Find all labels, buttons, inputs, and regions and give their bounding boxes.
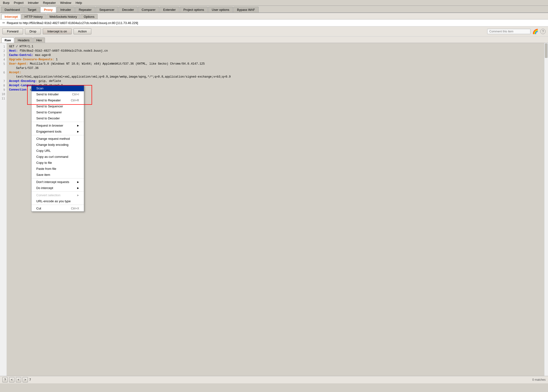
ctx-item-send-to-sequencer[interactable]: Send to Sequencer — [31, 103, 84, 109]
sub-tab-intercept[interactable]: Intercept — [1, 14, 21, 19]
menu-burp[interactable]: Burp — [1, 0, 11, 5]
ctx-item-label-scan: Scan — [36, 86, 43, 90]
action-button[interactable]: Action — [74, 28, 91, 34]
ctx-item-label-url-encode: URL-encode as you type — [36, 199, 71, 203]
ctx-separator-sep5 — [31, 205, 84, 205]
editor-tab-raw[interactable]: Raw — [1, 37, 14, 43]
sub-tab-http-history[interactable]: HTTP history — [21, 14, 46, 19]
ctx-arrow-icon-dont-intercept: ▶ — [77, 181, 79, 183]
sub-tab-options[interactable]: Options — [80, 14, 98, 19]
menu-intruder[interactable]: Intruder — [26, 0, 41, 5]
ctx-item-label-send-to-decoder: Send to Decoder — [36, 117, 60, 120]
drop-button[interactable]: Drop — [25, 28, 41, 34]
ctx-item-paste-from-file[interactable]: Paste from file — [31, 166, 84, 172]
editor-tab-headers[interactable]: Headers — [15, 37, 33, 43]
tab-proxy[interactable]: Proxy — [40, 7, 56, 13]
ctx-item-copy-url[interactable]: Copy URL — [31, 148, 84, 154]
ctx-separator-sep4 — [31, 191, 84, 192]
ctx-item-label-do-intercept: Do intercept — [36, 186, 53, 190]
ctx-item-label-change-request-method: Change request method — [36, 137, 70, 140]
sub-tab-bar: Intercept HTTP history WebSockets histor… — [0, 13, 548, 20]
menu-window[interactable]: Window — [58, 0, 73, 5]
ctx-item-label-change-body-encoding: Change body encoding — [36, 143, 69, 147]
ctx-item-label-send-to-repeater: Send to Repeater — [36, 98, 61, 102]
tab-decoder[interactable]: Decoder — [119, 7, 137, 13]
ctx-item-request-in-browser[interactable]: Request in browser▶ — [31, 123, 84, 128]
help-status-button[interactable]: ? — [2, 377, 8, 382]
ctx-item-save-item[interactable]: Save item — [31, 172, 84, 178]
ctx-item-label-engagement-tools: Engagement tools — [36, 130, 62, 133]
ctx-arrow-icon-request-in-browser: ▶ — [77, 124, 79, 127]
ctx-item-label-copy-to-file: Copy to file — [36, 161, 52, 165]
tab-bypass-waf[interactable]: Bypass WAF — [233, 7, 259, 13]
ctx-arrow-icon-engagement-tools: ▶ — [77, 130, 79, 133]
request-info-bar: ✏ Request to http://f50c9ba2-91b2-4827-b… — [0, 20, 548, 26]
ctx-item-label-send-to-sequencer: Send to Sequencer — [36, 105, 63, 108]
nav-prev-button[interactable]: < — [16, 377, 21, 382]
tab-user-options[interactable]: User options — [208, 7, 233, 13]
intercept-toggle-button[interactable]: Intercept is on — [43, 28, 72, 34]
editor-scrollbar[interactable] — [544, 43, 548, 376]
ctx-item-copy-to-file[interactable]: Copy to file — [31, 160, 84, 166]
color-picker-icon[interactable]: 🌈 — [532, 28, 538, 34]
line-numbers: 1234567891011 — [0, 43, 7, 376]
main-tab-bar: Dashboard Target Proxy Intruder Repeater… — [0, 6, 548, 13]
ctx-item-convert-selection: Convert selection▶ — [31, 192, 84, 198]
status-bar: ? < < > 7 0 matches — [0, 376, 548, 383]
ctx-item-cut[interactable]: CutCtrl+X — [31, 205, 84, 211]
ctx-item-change-body-encoding[interactable]: Change body encoding — [31, 142, 84, 148]
tab-extender[interactable]: Extender — [160, 7, 179, 13]
help-icon[interactable]: ? — [540, 29, 546, 34]
ctx-shortcut-send-to-repeater: Ctrl+R — [71, 99, 79, 102]
tab-sequencer[interactable]: Sequencer — [96, 7, 118, 13]
ctx-item-label-paste-from-file: Paste from file — [36, 167, 56, 171]
menu-repeater[interactable]: Repeater — [41, 0, 58, 5]
editor-tab-bar: Raw Headers Hex — [0, 36, 548, 43]
matches-label: 0 matches — [532, 378, 546, 381]
tab-project-options[interactable]: Project options — [180, 7, 208, 13]
ctx-item-label-cut: Cut — [36, 207, 41, 210]
tab-intruder[interactable]: Intruder — [57, 7, 75, 13]
ctx-arrow-icon-convert-selection: ▶ — [77, 194, 79, 196]
menu-project[interactable]: Project — [12, 0, 25, 5]
menu-help[interactable]: Help — [74, 0, 84, 5]
ctx-item-send-to-intruder[interactable]: Send to IntruderCtrl+I — [31, 91, 84, 97]
action-bar: Forward Drop Intercept is on Action 🌈 ? — [0, 26, 548, 36]
ctx-item-do-intercept[interactable]: Do intercept▶ — [31, 185, 84, 191]
tab-comparer[interactable]: Comparer — [138, 7, 159, 13]
ctx-arrow-icon-do-intercept: ▶ — [77, 187, 79, 189]
nav-prev-prev-button[interactable]: < — [9, 377, 14, 382]
ctx-shortcut-send-to-intruder: Ctrl+I — [72, 93, 79, 96]
position-label: 7 — [29, 378, 31, 381]
ctx-item-label-copy-url: Copy URL — [36, 149, 51, 153]
scrollbar-thumb[interactable] — [545, 43, 548, 58]
ctx-separator-sep1 — [31, 122, 84, 122]
ctx-item-scan[interactable]: Scan — [31, 85, 84, 91]
nav-next-button[interactable]: > — [23, 377, 28, 382]
sub-tab-websockets-history[interactable]: WebSockets history — [46, 14, 80, 19]
ctx-item-send-to-comparer[interactable]: Send to Comparer — [31, 109, 84, 115]
ctx-item-engagement-tools[interactable]: Engagement tools▶ — [31, 128, 84, 134]
ctx-item-url-encode[interactable]: URL-encode as you type — [31, 198, 84, 204]
ctx-separator-sep2 — [31, 135, 84, 135]
ctx-shortcut-cut: Ctrl+X — [71, 207, 79, 210]
pencil-icon: ✏ — [2, 21, 5, 25]
ctx-item-label-request-in-browser: Request in browser — [36, 124, 63, 127]
context-menu: ScanSend to IntruderCtrl+ISend to Repeat… — [31, 85, 84, 212]
tab-dashboard[interactable]: Dashboard — [1, 7, 24, 13]
ctx-item-copy-as-curl[interactable]: Copy as curl command — [31, 154, 84, 160]
comment-input[interactable] — [487, 29, 530, 34]
ctx-item-change-request-method[interactable]: Change request method — [31, 136, 84, 142]
request-content[interactable]: GET / HTTP/1.1 Host: f50c9ba2-91b2-4827-… — [7, 43, 544, 376]
editor-tab-hex[interactable]: Hex — [33, 37, 45, 43]
ctx-item-send-to-decoder[interactable]: Send to Decoder — [31, 115, 84, 121]
forward-button[interactable]: Forward — [2, 28, 23, 34]
request-url: Request to http://f50c9ba2-91b2-4827-b60… — [7, 21, 138, 25]
ctx-item-label-save-item: Save item — [36, 173, 50, 176]
ctx-item-send-to-repeater[interactable]: Send to RepeaterCtrl+R — [31, 97, 84, 103]
tab-target[interactable]: Target — [24, 7, 40, 13]
ctx-item-label-dont-intercept: Don't intercept requests — [36, 180, 69, 184]
ctx-item-dont-intercept[interactable]: Don't intercept requests▶ — [31, 179, 84, 185]
tab-repeater[interactable]: Repeater — [75, 7, 95, 13]
ctx-item-label-convert-selection: Convert selection — [36, 193, 60, 197]
